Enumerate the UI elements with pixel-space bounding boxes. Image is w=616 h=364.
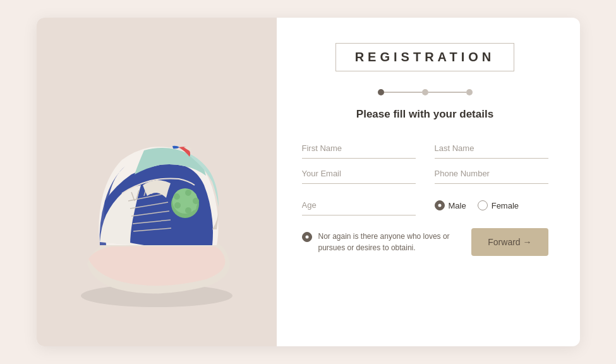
last-name-field	[435, 138, 548, 159]
product-image-panel	[37, 18, 277, 346]
terms-text: Nor again is there anyone who loves or p…	[318, 231, 462, 253]
email-field	[302, 164, 416, 184]
gender-male-label[interactable]: Male	[435, 200, 466, 210]
page-title: REGISTRATION	[335, 43, 515, 71]
step-line-2	[428, 92, 466, 93]
last-name-input[interactable]	[435, 138, 548, 159]
age-field	[302, 195, 416, 215]
gender-group: Male Female	[435, 200, 548, 215]
svg-point-22	[174, 202, 181, 209]
shoe-illustration	[62, 49, 251, 315]
svg-point-15	[179, 190, 185, 197]
terms-radio[interactable]	[302, 232, 312, 242]
gender-female-label[interactable]: Female	[478, 200, 519, 210]
step-1-dot	[378, 89, 384, 95]
forward-button[interactable]: Forward →	[471, 228, 548, 256]
name-fields-row	[302, 138, 548, 184]
gender-female-radio[interactable]	[478, 200, 488, 210]
step-line-1	[384, 92, 422, 93]
phone-field	[435, 164, 548, 184]
phone-input[interactable]	[435, 164, 548, 184]
step-2-dot	[422, 89, 428, 95]
gender-male-text: Male	[449, 201, 466, 210]
svg-point-18	[193, 198, 199, 204]
first-name-field	[302, 138, 416, 159]
gender-male-radio[interactable]	[435, 200, 445, 210]
terms-label[interactable]: Nor again is there anyone who loves or p…	[302, 231, 462, 253]
registration-form-panel: REGISTRATION Please fill with your detai…	[277, 18, 580, 346]
step-3-dot	[466, 89, 473, 95]
registration-card: REGISTRATION Please fill with your detai…	[37, 18, 580, 346]
bottom-row: Nor again is there anyone who loves or p…	[302, 228, 548, 256]
form-subtitle: Please fill with your details	[356, 108, 493, 121]
email-input[interactable]	[302, 164, 416, 184]
stepper	[378, 89, 473, 95]
age-input[interactable]	[302, 195, 416, 215]
svg-point-20	[185, 207, 191, 214]
age-gender-row: Male Female	[302, 195, 548, 215]
first-name-input[interactable]	[302, 138, 416, 159]
gender-female-text: Female	[492, 201, 519, 210]
